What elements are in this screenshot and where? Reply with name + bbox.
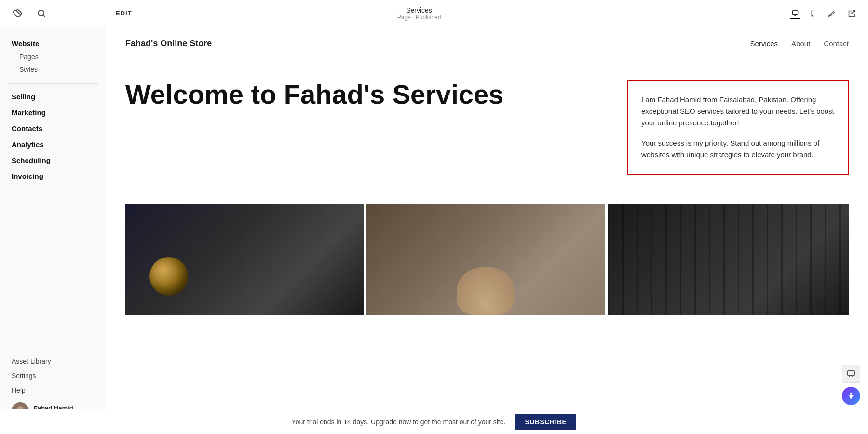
trial-text: Your trial ends in 14 days. Upgrade now …: [292, 418, 506, 426]
page-info: Services Page · Published: [397, 6, 441, 21]
page-name: Services: [406, 6, 432, 14]
subscribe-button[interactable]: SUBSCRIBE: [515, 414, 576, 430]
preview-area: Fahad's Online Store Services About Cont…: [106, 27, 868, 434]
nav-link-services[interactable]: Services: [750, 40, 778, 48]
sidebar-contacts-section: Contacts: [0, 122, 106, 136]
sidebar-item-analytics[interactable]: Analytics: [8, 137, 98, 151]
hero-title: Welcome to Fahad's Services: [125, 80, 608, 109]
curtain-lines: [608, 204, 849, 315]
sidebar-item-styles[interactable]: Styles: [8, 63, 98, 76]
sidebar-item-scheduling[interactable]: Scheduling: [8, 153, 98, 167]
comments-icon-button[interactable]: [842, 365, 860, 383]
external-link-button[interactable]: [845, 7, 858, 20]
svg-rect-13: [848, 371, 854, 376]
main-layout: Website Pages Styles Selling Marketing C…: [0, 27, 868, 434]
top-bar-right: [790, 7, 858, 20]
sidebar-website-section: Website Pages Styles: [0, 37, 106, 76]
image-cell-2: [366, 204, 605, 315]
sidebar-item-pages[interactable]: Pages: [8, 51, 98, 63]
hero-section: Welcome to Fahad's Services I am Fahad H…: [106, 60, 868, 204]
edit-label[interactable]: EDIT: [116, 10, 132, 17]
bottom-bar: Your trial ends in 14 days. Upgrade now …: [0, 409, 868, 434]
svg-point-7: [812, 15, 813, 15]
sidebar-scheduling-section: Scheduling: [0, 153, 106, 167]
hero-text: Welcome to Fahad's Services: [125, 80, 608, 109]
sidebar: Website Pages Styles Selling Marketing C…: [0, 27, 106, 434]
website-nav-links: Services About Contact: [750, 40, 849, 48]
sidebar-item-website[interactable]: Website: [8, 37, 98, 51]
website-brand: Fahad's Online Store: [125, 39, 212, 49]
sidebar-marketing-section: Marketing: [0, 106, 106, 120]
image-grid: [106, 204, 868, 315]
website-preview: Fahad's Online Store Services About Cont…: [106, 27, 868, 434]
svg-rect-3: [792, 10, 798, 14]
image-cell-1: [125, 204, 364, 315]
sidebar-divider-1: [8, 83, 98, 84]
sidebar-item-invoicing[interactable]: Invoicing: [8, 169, 98, 183]
sidebar-item-help[interactable]: Help: [8, 383, 98, 397]
sidebar-item-asset-library[interactable]: Asset Library: [8, 354, 98, 368]
sidebar-analytics-section: Analytics: [0, 137, 106, 151]
sidebar-item-settings[interactable]: Settings: [8, 368, 98, 383]
image-cell-3: [608, 204, 849, 315]
top-bar-left: [10, 6, 48, 21]
desktop-view-button[interactable]: [790, 8, 800, 19]
tablet-view-button[interactable]: [807, 8, 818, 19]
accessibility-icon-button[interactable]: [842, 387, 860, 405]
nav-link-contact[interactable]: Contact: [824, 40, 849, 48]
page-status: Page · Published: [397, 14, 441, 21]
squarespace-logo-icon[interactable]: [10, 6, 25, 21]
hero-description-para2: Your success is my priority. Stand out a…: [641, 137, 834, 161]
sidebar-spacer: [0, 185, 106, 342]
decorative-ball: [149, 257, 188, 296]
sidebar-selling-section: Selling: [0, 90, 106, 104]
search-button[interactable]: [35, 7, 48, 20]
sidebar-item-contacts[interactable]: Contacts: [8, 122, 98, 136]
right-bottom-icons: [842, 365, 860, 405]
svg-line-2: [43, 15, 46, 17]
svg-point-1: [38, 10, 44, 16]
hero-description-box: I am Fahad Hamid from Faisalabad, Pakist…: [627, 80, 849, 175]
svg-line-8: [833, 11, 834, 12]
svg-point-14: [850, 393, 853, 395]
chair-shape: [457, 267, 515, 315]
svg-rect-0: [10, 6, 25, 21]
hero-description-para1: I am Fahad Hamid from Faisalabad, Pakist…: [641, 94, 834, 129]
sidebar-item-marketing[interactable]: Marketing: [8, 106, 98, 120]
website-nav: Fahad's Online Store Services About Cont…: [106, 27, 868, 60]
sidebar-invoicing-section: Invoicing: [0, 169, 106, 183]
top-bar: EDIT Services Page · Published: [0, 0, 868, 27]
edit-section: EDIT: [106, 10, 132, 17]
nav-link-about[interactable]: About: [791, 40, 810, 48]
pen-tool-button[interactable]: [825, 7, 838, 20]
sidebar-divider-2: [8, 348, 98, 348]
sidebar-item-selling[interactable]: Selling: [8, 90, 98, 104]
